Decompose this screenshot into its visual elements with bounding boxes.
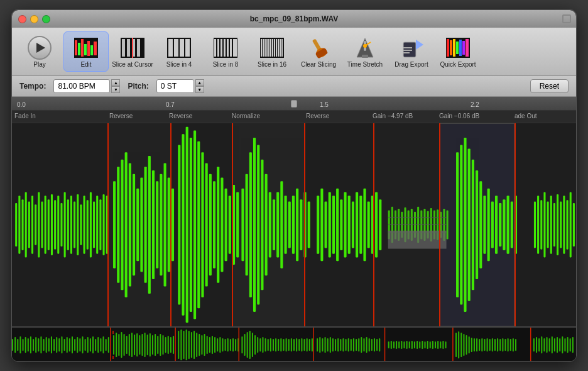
clear-slicing-button[interactable]: Clear Slicing xyxy=(296,31,341,72)
reset-button[interactable]: Reset xyxy=(530,79,569,93)
resize-icon[interactable] xyxy=(562,14,571,23)
svg-rect-403 xyxy=(543,338,545,352)
svg-rect-73 xyxy=(51,194,53,255)
svg-rect-57 xyxy=(453,39,455,57)
drag-export-button[interactable]: Drag Export xyxy=(389,31,434,72)
play-button[interactable]: Play xyxy=(17,31,62,72)
svg-rect-34 xyxy=(270,39,271,57)
svg-rect-92 xyxy=(117,167,119,283)
svg-rect-299 xyxy=(241,336,242,353)
svg-rect-247 xyxy=(106,339,107,351)
svg-rect-35 xyxy=(272,39,273,57)
svg-rect-151 xyxy=(356,192,358,258)
svg-rect-288 xyxy=(212,336,213,354)
time-stretch-button[interactable]: Time Stretch xyxy=(342,31,388,72)
svg-rect-410 xyxy=(562,336,563,353)
pitch-input[interactable] xyxy=(156,79,194,93)
svg-rect-197 xyxy=(534,202,536,248)
svg-rect-322 xyxy=(301,338,302,352)
svg-rect-255 xyxy=(124,334,125,356)
svg-rect-123 xyxy=(241,189,244,261)
slice-8-button[interactable]: Slice in 8 xyxy=(203,31,248,72)
svg-marker-50 xyxy=(416,40,423,50)
edit-label: Edit xyxy=(80,61,91,69)
svg-rect-78 xyxy=(67,199,69,250)
svg-rect-324 xyxy=(307,338,308,352)
svg-rect-329 xyxy=(322,338,323,352)
svg-rect-72 xyxy=(48,199,50,250)
waveform-area[interactable]: Fade In Reverse Reverse Normalize Revers… xyxy=(12,111,576,361)
svg-rect-260 xyxy=(136,333,138,357)
tempo-label: Tempo: xyxy=(19,82,46,91)
svg-rect-69 xyxy=(38,192,40,258)
slice-16-button[interactable]: Slice in 16 xyxy=(249,31,295,72)
svg-rect-141 xyxy=(317,196,319,253)
quick-export-button[interactable]: Quick Export xyxy=(435,31,481,72)
svg-rect-32 xyxy=(266,39,268,57)
svg-rect-338 xyxy=(346,339,347,351)
svg-rect-289 xyxy=(214,337,215,353)
edit-icon xyxy=(74,36,99,59)
svg-rect-295 xyxy=(230,339,231,351)
svg-rect-396 xyxy=(510,339,511,351)
svg-rect-216 xyxy=(25,337,26,353)
svg-rect-127 xyxy=(257,145,259,305)
svg-rect-409 xyxy=(559,338,560,352)
svg-rect-323 xyxy=(303,339,305,351)
edit-button[interactable]: Edit xyxy=(63,31,109,72)
svg-rect-143 xyxy=(325,202,327,248)
slice-cursor-button[interactable]: Slice at Cursor xyxy=(110,31,155,72)
svg-rect-125 xyxy=(249,152,252,297)
time-stretch-label: Time Stretch xyxy=(347,61,383,69)
svg-rect-227 xyxy=(53,339,55,351)
svg-rect-399 xyxy=(533,338,535,352)
svg-rect-111 xyxy=(193,131,196,319)
svg-rect-176 xyxy=(447,210,449,239)
svg-rect-213 xyxy=(17,339,18,351)
svg-rect-140 xyxy=(308,202,310,248)
maximize-button[interactable] xyxy=(42,15,50,23)
svg-rect-59 xyxy=(459,40,462,56)
svg-rect-273 xyxy=(170,337,172,353)
svg-rect-120 xyxy=(229,196,231,253)
waveform-canvas[interactable] xyxy=(12,123,576,326)
clear-slicing-label: Clear Slicing xyxy=(301,61,336,69)
svg-rect-81 xyxy=(77,194,79,255)
svg-rect-257 xyxy=(129,334,130,356)
svg-rect-152 xyxy=(359,196,362,253)
quick-export-label: Quick Export xyxy=(440,61,476,69)
svg-rect-357 xyxy=(401,341,402,349)
svg-rect-6 xyxy=(90,45,93,55)
svg-rect-315 xyxy=(283,339,284,351)
ruler-mark-07: 0.7 xyxy=(166,101,175,108)
svg-rect-276 xyxy=(180,329,182,360)
svg-rect-60 xyxy=(462,41,465,55)
svg-rect-107 xyxy=(178,145,180,305)
svg-rect-374 xyxy=(445,341,446,348)
svg-rect-320 xyxy=(296,338,297,352)
close-button[interactable] xyxy=(18,15,26,23)
svg-rect-136 xyxy=(292,196,295,253)
slice-4-button[interactable]: Slice in 4 xyxy=(156,31,202,72)
svg-rect-359 xyxy=(406,341,408,349)
svg-rect-275 xyxy=(178,331,179,359)
svg-rect-346 xyxy=(366,337,368,353)
playhead[interactable] xyxy=(291,97,297,110)
svg-rect-411 xyxy=(564,338,565,352)
pitch-input-group: ▲ ▼ xyxy=(156,79,204,93)
tempo-input[interactable] xyxy=(53,79,110,93)
slice-line-1 xyxy=(107,123,109,326)
pitch-up-button[interactable]: ▲ xyxy=(195,79,204,86)
svg-rect-290 xyxy=(217,338,218,352)
svg-rect-334 xyxy=(335,339,336,351)
svg-rect-280 xyxy=(191,332,192,358)
minimize-button[interactable] xyxy=(30,15,38,23)
pitch-down-button[interactable]: ▼ xyxy=(195,86,204,93)
tempo-down-button[interactable]: ▼ xyxy=(111,86,120,93)
svg-rect-224 xyxy=(46,337,47,353)
waveform-svg xyxy=(12,123,576,326)
tempo-up-button[interactable]: ▲ xyxy=(111,79,120,86)
svg-rect-64 xyxy=(21,199,23,250)
window-controls xyxy=(18,15,50,23)
svg-rect-156 xyxy=(375,192,378,258)
